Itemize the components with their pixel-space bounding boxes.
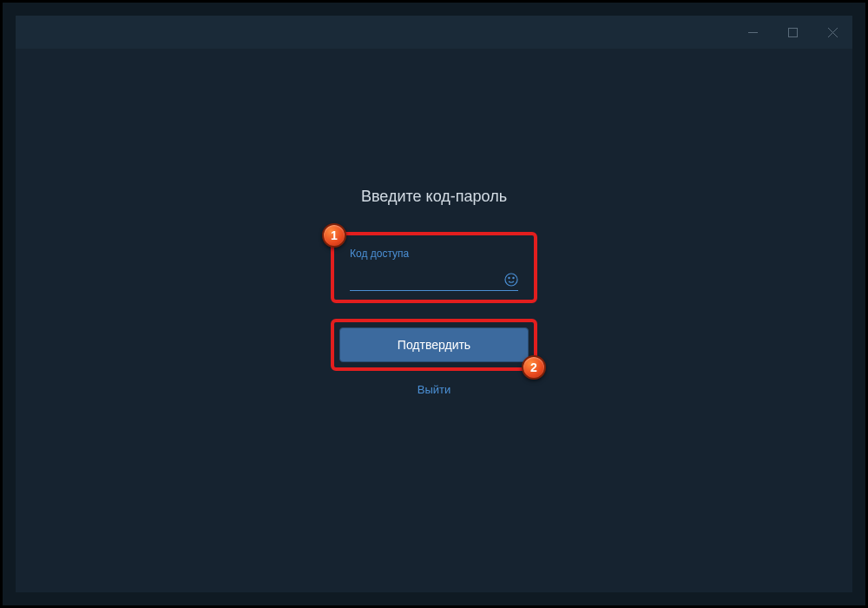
- confirm-button-label: Подтвердить: [398, 338, 470, 352]
- svg-rect-1: [788, 28, 797, 36]
- passcode-field-container: Код доступа: [339, 241, 529, 294]
- svg-point-4: [505, 274, 517, 286]
- svg-point-6: [513, 277, 514, 278]
- close-button[interactable]: [812, 16, 852, 49]
- confirm-button[interactable]: Подтвердить: [339, 327, 529, 362]
- input-highlight-wrapper: 1 Код доступа: [331, 232, 537, 303]
- minimize-button[interactable]: [733, 16, 773, 49]
- close-icon: [828, 28, 838, 37]
- button-highlight-wrapper: 2 Подтвердить: [331, 319, 537, 371]
- maximize-icon: [788, 28, 798, 37]
- smiley-icon[interactable]: [504, 273, 518, 287]
- step-badge-2: 2: [522, 355, 546, 380]
- page-title: Введите код-пароль: [361, 188, 507, 206]
- passcode-label: Код доступа: [350, 248, 518, 260]
- step-badge-1: 1: [322, 223, 346, 248]
- svg-point-5: [509, 277, 510, 278]
- button-highlight-border: 2 Подтвердить: [331, 319, 537, 371]
- content-area: Введите код-пароль 1 Код доступа: [16, 49, 852, 592]
- app-window: Введите код-пароль 1 Код доступа: [16, 16, 852, 592]
- logout-link[interactable]: Выйти: [418, 383, 451, 396]
- input-highlight-border: 1 Код доступа: [331, 232, 537, 303]
- passcode-input-row: [350, 273, 518, 291]
- window-controls: [733, 16, 852, 49]
- outer-frame: Введите код-пароль 1 Код доступа: [0, 0, 868, 608]
- minimize-icon: [748, 28, 758, 37]
- maximize-button[interactable]: [773, 16, 812, 49]
- titlebar: [16, 16, 852, 49]
- passcode-input[interactable]: [350, 273, 504, 287]
